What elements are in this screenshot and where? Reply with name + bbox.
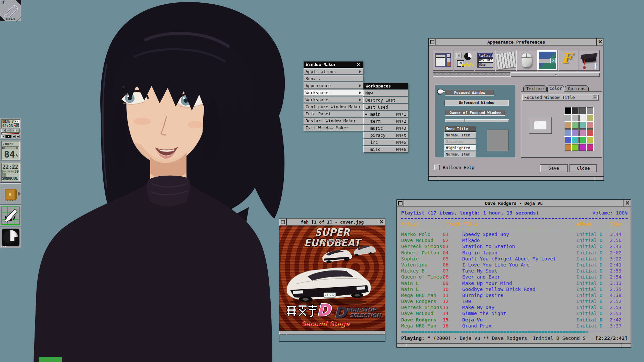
palette-color-swatch[interactable] xyxy=(579,122,586,129)
tab-color[interactable]: Color xyxy=(547,85,564,92)
preview-resizebar[interactable] xyxy=(445,119,509,122)
palette-color-swatch[interactable] xyxy=(579,107,586,114)
palette-color-swatch[interactable] xyxy=(565,144,571,151)
menu-item[interactable]: Destroy Last xyxy=(363,97,408,103)
clip-prev-arrow[interactable] xyxy=(0,16,5,21)
palette-color-swatch[interactable] xyxy=(565,107,571,114)
playlist-track-row[interactable]: Dave McLoud 02 Mikado Initial D 2:56 xyxy=(401,237,628,243)
palette-color-swatch[interactable] xyxy=(572,137,579,143)
eject-button[interactable] xyxy=(1,135,5,138)
palette-color-swatch[interactable] xyxy=(579,115,586,121)
playlist-track-row[interactable]: Derreck Simons 13 Make My Day Initial D … xyxy=(401,304,628,310)
section-icon-appearance[interactable]: × xyxy=(537,50,558,71)
close-button[interactable]: × xyxy=(596,39,604,46)
stop-button[interactable] xyxy=(16,135,20,138)
wprefs-titlebar[interactable]: Appearance Preferences × xyxy=(429,39,604,46)
root-menu-close-icon[interactable]: ✕ xyxy=(356,62,361,67)
menu-item[interactable]: piracy M4+t xyxy=(363,132,408,138)
preview-icon-sample[interactable] xyxy=(487,130,508,151)
palette-color-swatch[interactable] xyxy=(587,129,593,136)
menu-item[interactable]: misc M4+6 xyxy=(363,146,408,153)
palette-color-swatch[interactable] xyxy=(565,122,571,129)
section-icon-expert[interactable]: ! xyxy=(579,50,600,71)
playlist-track-row[interactable]: Valentina 06 I Love You Like You Are Ini… xyxy=(401,262,628,268)
menu-item[interactable]: Applications xyxy=(304,68,363,75)
palette-color-swatch[interactable] xyxy=(572,122,579,129)
playlist-track-row[interactable]: Dave Rodgers 15 Deja Vu Initial D 2:42 xyxy=(401,317,628,323)
disk-left-arrow-icon[interactable] xyxy=(3,147,5,149)
playlist-track-row[interactable]: Dave McLoud 14 Gimme the Night Initial D… xyxy=(401,310,628,316)
section-icon-mouse[interactable] xyxy=(516,50,537,71)
palette-color-swatch[interactable] xyxy=(565,137,571,143)
preview-menu-item-disabled[interactable]: Disabled Item xyxy=(444,139,476,144)
scrollbar-thumb[interactable] xyxy=(511,72,600,77)
playlist-titlebar[interactable]: Dave Rodgers - Deja Vu × xyxy=(397,200,631,207)
column-header-artist[interactable]: Artist xyxy=(401,221,419,227)
playlist-track-row[interactable]: Wain L 09 Make Up Your Mind Initial D 3:… xyxy=(401,280,628,286)
palette-color-swatch[interactable] xyxy=(587,122,593,129)
workspaces-menu-titlebar[interactable]: Workspaces xyxy=(363,83,408,89)
palette-color-swatch[interactable] xyxy=(579,144,586,151)
playlist-track-row[interactable]: Mickey B. 07 Take My Soul Initial D 2:59 xyxy=(401,268,628,274)
playlist-track-row[interactable]: Mega NRG Man 11 Burning Desire Initial D… xyxy=(401,292,628,298)
preview-menu-item-normal2[interactable]: Normal Item xyxy=(444,152,476,157)
palette-color-swatch[interactable] xyxy=(587,115,593,121)
drawer-arrow-icon[interactable] xyxy=(18,191,21,196)
menu-item[interactable]: Workspace xyxy=(304,97,363,103)
menu-item[interactable]: Info Panel xyxy=(304,111,363,117)
close-button[interactable]: × xyxy=(624,200,631,207)
color-target-dropdown[interactable]: Focused Window Title xyxy=(522,95,599,101)
prev-track-button[interactable]: |◀ xyxy=(1,129,6,132)
playlist-track-row[interactable]: Sophie 05 Don't You (Forget About My Lov… xyxy=(401,256,628,262)
palette-color-swatch[interactable] xyxy=(572,115,579,121)
menu-item[interactable]: music M4+3 xyxy=(363,125,408,131)
palette-color-swatch[interactable] xyxy=(572,129,579,136)
menu-item[interactable]: Appearance xyxy=(304,82,363,89)
menu-item[interactable]: Restart Window Maker xyxy=(304,118,363,124)
palette-color-swatch[interactable] xyxy=(579,129,586,136)
preview-menu-item-normal[interactable]: Normal Item xyxy=(444,132,476,138)
dropdown-handle-icon[interactable] xyxy=(593,96,598,99)
column-header-album[interactable]: Album xyxy=(576,221,591,227)
menu-item[interactable]: Workspaces xyxy=(304,89,363,96)
wprefs-resizebar[interactable] xyxy=(429,176,604,180)
playlist-track-row[interactable]: Marko Polo 01 Speedy Speed Boy Initial D… xyxy=(401,231,628,237)
preview-owner-titlebar[interactable]: Owner of Focused Window xyxy=(445,110,505,116)
palette-color-swatch[interactable] xyxy=(565,115,571,121)
menu-item[interactable]: term M4+2 xyxy=(363,118,408,124)
play-button[interactable] xyxy=(5,135,11,138)
playlist-track-row[interactable]: Mega NRG Man 16 Grand Prix Initial D 3:3… xyxy=(401,323,628,329)
palette-color-swatch[interactable] xyxy=(572,107,579,114)
wprefs-dock-icon[interactable] xyxy=(0,205,21,226)
workspace-clip[interactable]: 1 main xyxy=(0,0,21,21)
menu-item[interactable]: Run... xyxy=(304,75,363,82)
next-track-button[interactable]: ▶| xyxy=(15,129,20,132)
menu-item[interactable]: Exit Window Maker xyxy=(304,125,363,131)
miniaturize-button[interactable] xyxy=(429,39,436,46)
preview-menu-item-highlighted[interactable]: Highlighted xyxy=(444,145,476,151)
palette-color-swatch[interactable] xyxy=(579,137,586,143)
miniaturize-button[interactable] xyxy=(279,219,287,226)
clock-dockapp[interactable]: 22:22 AM ALRM 39 PM SUN09JUL xyxy=(0,162,21,183)
disk-right-arrow-icon[interactable] xyxy=(16,147,18,149)
close-button-dialog[interactable]: Close xyxy=(570,164,597,172)
close-button[interactable]: × xyxy=(378,219,385,226)
column-header-track-title[interactable]: Track Title xyxy=(446,221,478,227)
playlist-track-row[interactable]: Wain L 10 Goodbye Yellow Brick Road Init… xyxy=(401,286,628,292)
miniaturize-button[interactable] xyxy=(397,200,404,207)
feh-resizebar[interactable] xyxy=(279,330,385,335)
playlist-resizebar[interactable] xyxy=(397,343,631,347)
music-progress-bar[interactable] xyxy=(1,132,20,134)
offscreen-window-fragment[interactable] xyxy=(39,357,62,362)
menu-item[interactable]: ◆ main M4+1 xyxy=(363,111,408,117)
color-well[interactable] xyxy=(529,117,552,134)
section-icon-font[interactable]: F F xyxy=(558,50,579,71)
icon-row-scrollbar[interactable] xyxy=(433,72,600,77)
menu-item[interactable]: New xyxy=(363,90,408,96)
rewind-button[interactable]: ◀◀ xyxy=(6,129,10,132)
save-button[interactable]: Save xyxy=(540,164,568,172)
pause-button[interactable] xyxy=(12,135,15,138)
column-header-time[interactable]: Time xyxy=(610,221,622,227)
playlist-track-row[interactable]: Queen of Times 08 Ever and Ever Initial … xyxy=(401,274,628,280)
preview-focused-titlebar[interactable]: Focused Window xyxy=(445,90,494,96)
